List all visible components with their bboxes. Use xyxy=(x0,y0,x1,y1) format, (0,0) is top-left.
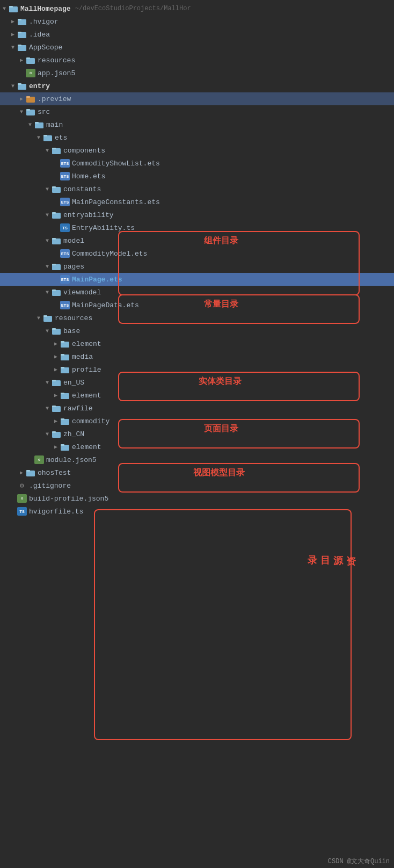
tree-arrow[interactable] xyxy=(43,431,52,437)
tree-item-hvigor[interactable]: .hvigor xyxy=(0,15,394,28)
svg-rect-5 xyxy=(18,32,21,33)
tree-arrow[interactable] xyxy=(17,109,26,115)
svg-rect-41 xyxy=(61,367,64,368)
tree-item-profile[interactable]: profile xyxy=(0,363,394,376)
folder-icon xyxy=(43,313,53,323)
json-file-icon: ⚙ xyxy=(34,455,44,465)
ets-file-icon: ETS xyxy=(60,300,70,310)
tree-item-home-ets[interactable]: ETSHome.ets xyxy=(0,170,394,183)
tree-arrow[interactable] xyxy=(34,315,43,321)
tree-arrow[interactable] xyxy=(26,122,34,128)
tree-item-mainpage-data-ets[interactable]: ETSMainPageData.ets xyxy=(0,299,394,312)
tree-item-element[interactable]: element xyxy=(0,337,394,350)
tree-arrow[interactable] xyxy=(52,341,60,347)
tree-item-mallhomepage[interactable]: MallHomepage~/devEcoStudioProjects/MallH… xyxy=(0,2,394,15)
tree-item-gitignore[interactable]: ⚙.gitignore xyxy=(0,479,394,492)
tree-item-mainpage-ets[interactable]: ETSMainPage.ets xyxy=(0,273,394,286)
tree-item-pages[interactable]: pages xyxy=(0,260,394,273)
tree-arrow[interactable] xyxy=(52,444,60,450)
tree-arrow[interactable] xyxy=(52,366,60,373)
tree-item-entry-ability-ts[interactable]: TSEntryAbility.ts xyxy=(0,221,394,234)
tree-item-label: CommodityShowList.ets xyxy=(72,160,160,168)
tree-arrow[interactable] xyxy=(43,290,52,295)
tree-arrow[interactable] xyxy=(52,392,60,399)
tree-item-media[interactable]: media xyxy=(0,350,394,363)
tree-item-label: MainPage.ets xyxy=(72,276,122,284)
tree-item-appscope[interactable]: AppScope xyxy=(0,41,394,54)
tree-item-resources[interactable]: resources xyxy=(0,312,394,324)
tree-item-en-element[interactable]: element xyxy=(0,389,394,402)
tree-item-constants[interactable]: constants xyxy=(0,183,394,196)
tree-item-base[interactable]: base xyxy=(0,324,394,337)
tree-item-rawfile[interactable]: rawfile xyxy=(0,402,394,415)
tree-arrow[interactable] xyxy=(17,96,26,102)
tree-item-entryability[interactable]: entryability xyxy=(0,208,394,221)
folder-icon xyxy=(26,107,35,117)
tree-item-label: MainPageData.ets xyxy=(72,301,139,309)
tree-item-zh-cn[interactable]: zh_CN xyxy=(0,428,394,440)
tree-item-label: hvigorfile.ts xyxy=(29,508,83,516)
tree-arrow[interactable] xyxy=(9,18,17,25)
tree-arrow[interactable] xyxy=(17,469,26,476)
tree-arrow[interactable] xyxy=(9,45,17,50)
tree-item-commodity-model-ets[interactable]: ETSCommodityModel.ets xyxy=(0,247,394,260)
tree-item-model[interactable]: model xyxy=(0,234,394,247)
tree-item-viewmodel[interactable]: viewmodel xyxy=(0,286,394,299)
resources-annotation-label: 资源目录 xyxy=(306,548,357,550)
tree-item-label: en_US xyxy=(63,379,84,387)
tree-item-label: AppScope xyxy=(29,44,62,52)
tree-arrow[interactable] xyxy=(43,380,52,386)
tree-item-label: element xyxy=(72,443,101,451)
tree-item-commodity-folder[interactable]: commodity xyxy=(0,415,394,428)
tree-item-label: constants xyxy=(63,185,101,193)
svg-rect-47 xyxy=(52,406,56,407)
tree-item-idea[interactable]: .idea xyxy=(0,28,394,41)
tree-item-components[interactable]: components xyxy=(0,144,394,157)
tree-item-zh-element[interactable]: element xyxy=(0,440,394,453)
tree-item-label: entryability xyxy=(63,211,114,219)
tree-item-appscope-app-json5[interactable]: ⚙app.json5 xyxy=(0,67,394,79)
resources-annotation-box xyxy=(94,509,352,740)
tree-arrow[interactable] xyxy=(43,406,52,411)
ets-file-icon: ETS xyxy=(60,158,70,168)
tree-item-build-profile-json5[interactable]: ⚙build-profile.json5 xyxy=(0,492,394,505)
tree-item-entry-main[interactable]: main xyxy=(0,118,394,131)
tree-item-commodity-show-list[interactable]: ETSCommodityShowList.ets xyxy=(0,157,394,170)
tree-item-hvigorfile-ts[interactable]: TShvigorfile.ts xyxy=(0,505,394,518)
tree-arrow[interactable] xyxy=(43,328,52,334)
ets-file-icon: ETS xyxy=(60,171,70,181)
folder-icon xyxy=(60,352,70,361)
tree-arrow[interactable] xyxy=(52,353,60,360)
tree-arrow[interactable] xyxy=(34,135,43,141)
json-file-icon: ⚙ xyxy=(17,494,27,503)
ets-file-icon: ETS xyxy=(60,197,70,207)
svg-rect-43 xyxy=(52,380,56,381)
tree-arrow[interactable] xyxy=(52,418,60,424)
tree-item-appscope-resources[interactable]: resources xyxy=(0,54,394,67)
tree-arrow[interactable] xyxy=(43,238,52,244)
svg-rect-31 xyxy=(52,290,56,291)
tree-arrow[interactable] xyxy=(0,6,9,12)
tree-arrow[interactable] xyxy=(17,57,26,63)
tree-arrow[interactable] xyxy=(43,264,52,270)
tree-item-entry-preview[interactable]: .preview xyxy=(0,92,394,105)
tree-item-label: element xyxy=(72,340,101,348)
tree-item-entry[interactable]: entry xyxy=(0,79,394,92)
tree-item-module-json5[interactable]: ⚙module.json5 xyxy=(0,453,394,466)
svg-rect-17 xyxy=(35,122,39,124)
tree-item-entry-ets[interactable]: ets xyxy=(0,131,394,144)
tree-arrow[interactable] xyxy=(9,83,17,89)
tree-arrow[interactable] xyxy=(43,212,52,218)
tree-item-ohostest[interactable]: ohosTest xyxy=(0,466,394,479)
tree-item-entry-src[interactable]: src xyxy=(0,105,394,118)
tree-item-label: .preview xyxy=(38,95,71,103)
tree-arrow[interactable] xyxy=(43,148,52,154)
tree-item-label: .gitignore xyxy=(29,482,71,490)
tree-item-label: rawfile xyxy=(63,404,93,413)
tree-arrow[interactable] xyxy=(43,186,52,192)
tree-arrow[interactable] xyxy=(9,31,17,38)
tree-item-en-us[interactable]: en_US xyxy=(0,376,394,389)
folder-icon xyxy=(26,55,35,65)
tree-item-mainpage-constants-ets[interactable]: ETSMainPageConstants.ets xyxy=(0,196,394,208)
tree-item-label: profile xyxy=(72,366,101,374)
